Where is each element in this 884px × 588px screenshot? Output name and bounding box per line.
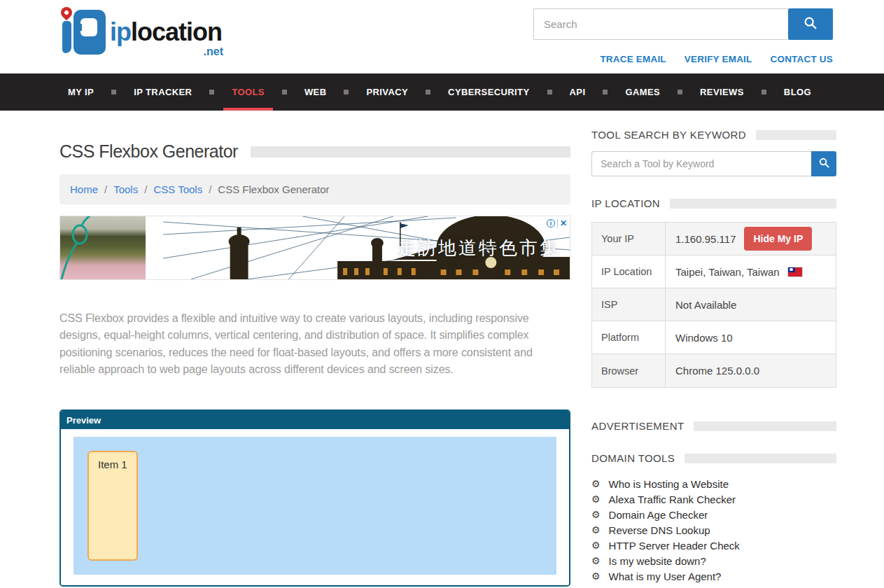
nav-separator	[547, 90, 552, 94]
domain-tool-link-http-header[interactable]: HTTP Server Header Check	[609, 540, 740, 552]
main-nav: MY IP IP TRACKER TOOLS WEB PRIVACY CYBER…	[0, 74, 884, 111]
breadcrumb-tools[interactable]: Tools	[113, 183, 138, 195]
breadcrumb-css-tools[interactable]: CSS Tools	[153, 183, 202, 195]
nav-item-reviews[interactable]: REVIEWS	[692, 74, 752, 111]
ad-headline: 走訪地道特色市集	[398, 236, 560, 260]
list-item: ⚙ Is my website down?	[591, 553, 836, 568]
nav-item-ip-tracker[interactable]: IP TRACKER	[125, 74, 200, 111]
list-item: ⚙ HTTP Server Header Check	[591, 538, 836, 553]
ip-location-value: Taipei, Taiwan, Taiwan	[675, 266, 780, 278]
table-row: ISP Not Available	[592, 288, 836, 321]
trace-email-link[interactable]: TRACE EMAIL	[600, 54, 666, 64]
site-search-input[interactable]	[533, 8, 788, 40]
title-decorative-bar	[251, 146, 570, 158]
preview-panel-header: Preview	[61, 411, 569, 429]
heading-decorative-bar	[685, 454, 836, 463]
domain-tools-list: ⚙ Who is Hosting a Website ⚙ Alexa Traff…	[591, 476, 836, 584]
ad-left-image[interactable]	[60, 216, 146, 279]
table-row: Browser Chrome 125.0.0.0	[592, 354, 836, 387]
domain-tools-heading: DOMAIN TOOLS	[591, 452, 675, 464]
ip-location-heading: IP LOCATION	[591, 197, 660, 209]
ad-banner: 走訪地道特色市集 i ✕	[59, 216, 570, 280]
ad-main-creative[interactable]: 走訪地道特色市集 i ✕	[163, 216, 570, 279]
domain-tool-link-alexa-rank[interactable]: Alexa Traffic Rank Checker	[609, 493, 736, 505]
logo-tld: .net	[204, 46, 223, 57]
preview-flex-container: Item 1	[73, 437, 556, 575]
browser-value: Chrome 125.0.0.0	[675, 365, 759, 377]
advertisement-heading: ADVERTISEMENT	[591, 420, 684, 432]
nav-separator	[678, 90, 682, 94]
site-logo[interactable]: iplocation .net	[59, 7, 222, 57]
list-item: ⚙ Alexa Traffic Rank Checker	[591, 491, 836, 507]
list-item: ⚙ Who is Hosting a Website	[591, 476, 836, 491]
nav-item-web[interactable]: WEB	[296, 74, 335, 111]
table-row: Your IP 1.160.95.117 Hide My IP	[592, 223, 836, 255]
domain-tool-link-reverse-dns[interactable]: Reverse DNS Lookup	[609, 524, 710, 536]
nav-item-my-ip[interactable]: MY IP	[59, 74, 102, 111]
domain-tool-link-hosting[interactable]: Who is Hosting a Website	[609, 478, 729, 490]
logo-ip-icon	[59, 7, 106, 57]
site-search-button[interactable]	[788, 8, 833, 40]
sidebar: TOOL SEARCH BY KEYWORD IP LOCATION Your …	[591, 111, 836, 588]
tool-search-heading: TOOL SEARCH BY KEYWORD	[591, 129, 746, 141]
search-icon	[803, 15, 818, 33]
table-row: IP Location Taipei, Taiwan, Taiwan	[592, 255, 836, 288]
breadcrumb-home[interactable]: Home	[70, 183, 98, 195]
list-item: ⚙ Domain Age Checker	[591, 507, 836, 522]
tool-search-input[interactable]	[591, 151, 811, 176]
list-item: ⚙ What is my User Agent?	[591, 568, 836, 584]
ad-info-icon[interactable]: i	[547, 219, 555, 227]
tool-search-button[interactable]	[811, 151, 836, 176]
contact-us-link[interactable]: CONTACT US	[771, 54, 834, 64]
taiwan-flag-icon	[788, 267, 802, 276]
gear-icon: ⚙	[591, 479, 601, 489]
tool-description: CSS Flexbox provides a flexible and intu…	[59, 310, 570, 378]
nav-item-cybersecurity[interactable]: CYBERSECURITY	[440, 74, 538, 111]
preview-flex-item-1: Item 1	[87, 451, 138, 561]
site-header: iplocation .net TRACE EMAIL VERIFY EMAIL…	[0, 0, 884, 74]
nav-item-api[interactable]: API	[561, 74, 594, 111]
heading-decorative-bar	[694, 421, 836, 431]
location-pin-icon	[59, 5, 75, 21]
nav-separator	[603, 90, 608, 94]
nav-separator	[344, 90, 349, 94]
gear-icon: ⚙	[591, 494, 601, 504]
nav-separator	[209, 90, 214, 94]
gear-icon: ⚙	[591, 510, 601, 519]
list-item: ⚙ Reverse DNS Lookup	[591, 522, 836, 538]
search-icon	[818, 157, 830, 171]
heading-decorative-bar	[670, 199, 836, 209]
platform-value: Windows 10	[675, 332, 733, 344]
heading-decorative-bar	[756, 130, 836, 140]
nav-separator	[282, 90, 287, 94]
ad-close-icon[interactable]: ✕	[557, 219, 567, 227]
nav-separator	[426, 90, 430, 94]
table-row: Platform Windows 10	[592, 321, 836, 354]
gear-icon: ⚙	[591, 540, 601, 550]
logo-wordmark: iplocation .net	[110, 20, 222, 45]
nav-item-blog[interactable]: BLOG	[776, 74, 820, 111]
breadcrumb-current: CSS Flexbox Generator	[218, 183, 329, 195]
nav-item-privacy[interactable]: PRIVACY	[358, 74, 416, 111]
header-quick-links: TRACE EMAIL VERIFY EMAIL CONTACT US	[533, 54, 833, 64]
verify-email-link[interactable]: VERIFY EMAIL	[685, 54, 752, 64]
nav-separator	[111, 90, 116, 94]
page-title: CSS Flexbox Generator	[59, 141, 238, 162]
hide-my-ip-button[interactable]: Hide My IP	[744, 227, 812, 251]
gear-icon: ⚙	[591, 525, 601, 535]
breadcrumb: Home / Tools / CSS Tools / CSS Flexbox G…	[59, 174, 570, 204]
preview-panel: Preview Item 1	[59, 410, 570, 587]
domain-tool-link-domain-age[interactable]: Domain Age Checker	[609, 509, 708, 521]
ip-location-table: Your IP 1.160.95.117 Hide My IP IP Locat…	[591, 222, 836, 388]
gear-icon: ⚙	[591, 571, 601, 581]
nav-separator	[762, 90, 766, 94]
nav-item-tools[interactable]: TOOLS	[223, 74, 273, 111]
domain-tool-link-user-agent[interactable]: What is my User Agent?	[609, 570, 722, 582]
gear-icon: ⚙	[591, 556, 601, 566]
nav-item-games[interactable]: GAMES	[617, 74, 668, 111]
domain-tool-link-website-down[interactable]: Is my website down?	[609, 555, 706, 567]
isp-value: Not Available	[675, 299, 736, 311]
your-ip-value: 1.160.95.117	[675, 233, 736, 245]
